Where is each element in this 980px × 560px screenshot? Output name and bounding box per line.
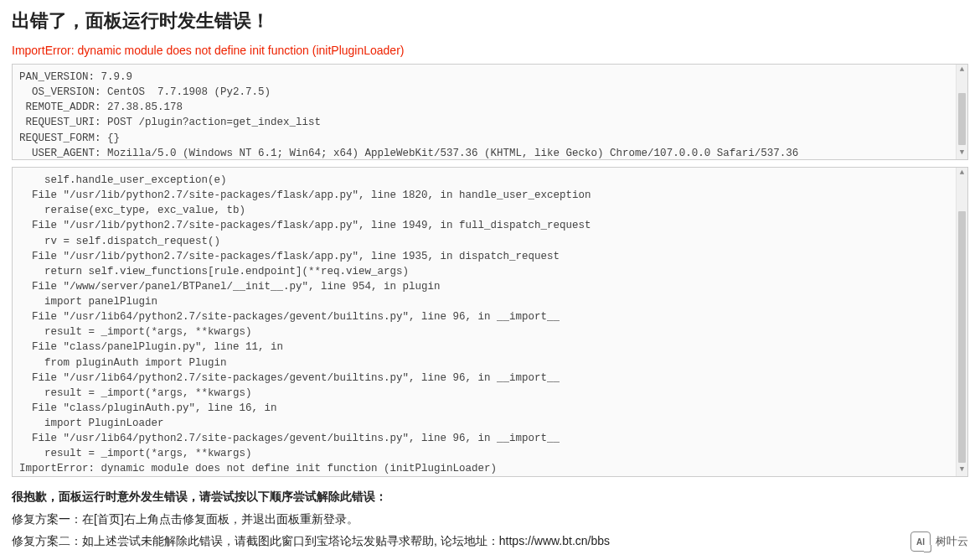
- scroll-up-icon[interactable]: ▲: [957, 168, 967, 179]
- advice-line-1: 修复方案一：在[首页]右上角点击修复面板，并退出面板重新登录。: [12, 512, 358, 526]
- advice-heading: 很抱歉，面板运行时意外发生错误，请尝试按以下顺序尝试解除此错误：: [12, 490, 387, 503]
- traceback-text: self.handle_user_exception(e) File "/usr…: [19, 174, 591, 474]
- advice-section: 很抱歉，面板运行时意外发生错误，请尝试按以下顺序尝试解除此错误： 修复方案一：在…: [12, 485, 968, 552]
- page-title: 出错了，面板运行时发生错误！: [12, 8, 968, 34]
- scroll-down-icon[interactable]: ▼: [957, 464, 967, 476]
- brand-logo-icon: AI: [910, 531, 931, 552]
- scroll-up-icon[interactable]: ▲: [957, 65, 967, 76]
- scroll-thumb[interactable]: [958, 211, 966, 463]
- scrollbar-vertical[interactable]: ▲ ▼: [956, 65, 967, 159]
- env-info-text: PAN_VERSION: 7.9.9 OS_VERSION: CentOS 7.…: [19, 71, 798, 159]
- error-message: ImportError: dynamic module does not def…: [12, 44, 968, 57]
- brand-badge[interactable]: AI 树叶云: [910, 531, 968, 552]
- scroll-thumb[interactable]: [958, 93, 966, 145]
- traceback-block[interactable]: self.handle_user_exception(e) File "/usr…: [12, 167, 968, 477]
- brand-name: 树叶云: [936, 534, 968, 549]
- scroll-down-icon[interactable]: ▼: [957, 148, 967, 159]
- advice-line-2: 修复方案二：如上述尝试未能解除此错误，请截图此窗口到宝塔论坛发贴寻求帮助, 论坛…: [12, 534, 610, 547]
- env-info-block[interactable]: PAN_VERSION: 7.9.9 OS_VERSION: CentOS 7.…: [12, 64, 968, 160]
- scrollbar-vertical[interactable]: ▲ ▼: [956, 168, 967, 476]
